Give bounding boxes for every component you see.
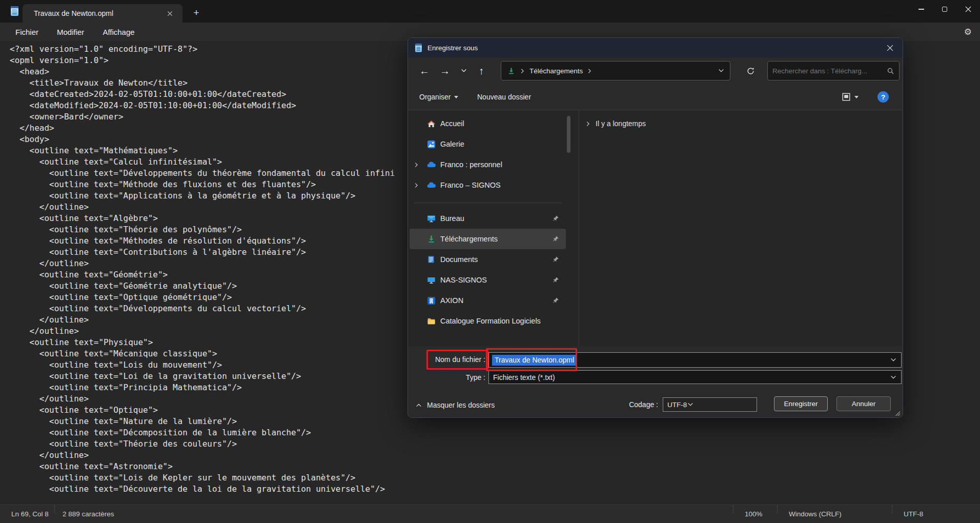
search-box[interactable] <box>767 61 900 81</box>
statusbar-divider <box>733 505 733 513</box>
forward-arrow-icon[interactable]: → <box>440 57 450 84</box>
menu-modifier[interactable]: Modifier <box>50 25 91 39</box>
notepad-dialog-icon <box>415 44 422 52</box>
statusbar-divider <box>54 505 55 513</box>
help-button[interactable]: ? <box>877 84 889 110</box>
code-content: <?xml version="1.0" encoding="UTF-8"?><o… <box>10 44 395 495</box>
new-folder-label: Nouveau dossier <box>477 93 531 101</box>
view-mode-button[interactable] <box>842 84 859 110</box>
sidebar-item-nas-signos[interactable]: NAS-SIGNOS <box>410 270 566 290</box>
sidebar-item-label: Bureau <box>439 214 549 223</box>
close-button[interactable] <box>956 0 980 18</box>
menu-affichage[interactable]: Affichage <box>95 25 141 39</box>
new-tab-button[interactable]: + <box>189 5 204 21</box>
resize-grip[interactable] <box>893 409 900 416</box>
expand-chevron-icon[interactable] <box>410 162 423 168</box>
dialog-command-bar: Organiser Nouveau dossier ? <box>408 84 903 110</box>
settings-gear-icon[interactable]: ⚙ <box>964 23 972 41</box>
code-line: <outline text="Principia Mathematica"/> <box>10 382 395 393</box>
breadcrumb-location[interactable]: Téléchargements <box>529 67 583 75</box>
pin-icon <box>549 215 561 223</box>
sidebar-item-label: Accueil <box>439 119 549 128</box>
code-line: <outline text="Lois du mouvement"/> <box>10 359 395 371</box>
line-ending[interactable]: Windows (CRLF) <box>789 505 842 523</box>
maximize-button[interactable] <box>933 0 956 18</box>
search-icon <box>887 67 894 75</box>
sidebar-item-label: Galerie <box>439 140 549 148</box>
sidebar-item-bureau[interactable]: Bureau <box>410 208 566 229</box>
sidebar-item-documents[interactable]: Documents <box>410 249 566 270</box>
search-input[interactable] <box>772 67 887 75</box>
recent-locations-chevron-icon[interactable] <box>460 57 467 84</box>
zoom-level[interactable]: 100% <box>745 505 763 523</box>
encoding[interactable]: UTF-8 <box>904 505 923 523</box>
sidebar-item-t-l-chargements[interactable]: Téléchargements <box>410 229 566 249</box>
tab-close-icon[interactable] <box>163 7 176 20</box>
code-line: <outline text="Contributions à l'algèbre… <box>10 247 395 258</box>
address-bar[interactable]: Téléchargements <box>501 61 730 81</box>
code-line: <outline text="Astronomie"> <box>10 461 395 472</box>
statusbar: Ln 69, Col 8 2 889 caractères 100% Windo… <box>0 505 980 523</box>
folder-icon <box>423 317 439 326</box>
navigation-sidebar: AccueilGalerieFranco : personnelFranco –… <box>410 113 566 331</box>
home-icon <box>423 119 439 128</box>
code-line: <dateModified>2024-02-05T01:10:00+01:00<… <box>10 100 395 111</box>
hide-folders-button[interactable]: Masquer les dossiers <box>415 398 495 412</box>
sidebar-item-franco-personnel[interactable]: Franco : personnel <box>410 154 566 175</box>
files-group-label: Il y a longtemps <box>596 119 646 128</box>
caret-down-icon <box>454 96 458 98</box>
new-folder-button[interactable]: Nouveau dossier <box>477 84 531 110</box>
code-line: <outline text="Géométrie"> <box>10 269 395 280</box>
code-line: <body> <box>10 134 395 145</box>
pin-icon <box>549 256 561 264</box>
save-as-dialog: Enregistrer sous ← → ↑ Téléchargements <box>407 37 903 418</box>
minimize-button[interactable] <box>909 0 933 18</box>
statusbar-divider <box>892 505 892 513</box>
sidebar-scrollbar[interactable] <box>567 116 570 153</box>
menu-fichier[interactable]: Fichier <box>8 25 46 39</box>
code-line: </outline> <box>10 450 395 461</box>
code-line: </outline> <box>10 202 395 213</box>
code-line: </outline> <box>10 393 395 405</box>
files-group-header[interactable]: Il y a longtemps <box>585 116 646 131</box>
up-arrow-icon[interactable]: ↑ <box>479 57 484 84</box>
organize-button[interactable]: Organiser <box>419 84 458 110</box>
dialog-close-button[interactable] <box>882 40 898 55</box>
gallery-icon <box>423 140 439 149</box>
code-line: <outline text="Théorie des couleurs"/> <box>10 438 395 450</box>
onedrive-icon <box>423 180 439 190</box>
sidebar-item-label: AXION <box>439 296 549 305</box>
code-line: <outline text="Décomposition de la lumiè… <box>10 427 395 438</box>
sidebar-item-catalogue-formation-logiciels[interactable]: Catalogue Formation Logiciels <box>410 311 566 331</box>
code-line: </outline> <box>10 326 395 337</box>
notepad-app-icon <box>11 6 18 16</box>
address-dropdown-chevron-icon[interactable] <box>718 67 725 74</box>
sidebar-item-label: Documents <box>439 255 549 264</box>
encoding-label: Codage : <box>593 400 658 409</box>
expand-chevron-icon[interactable] <box>410 182 423 189</box>
notepad-window: Travaux de Newton.opml + Fichier Modifie… <box>0 0 980 523</box>
refresh-button[interactable] <box>743 61 758 81</box>
sidebar-item-axion[interactable]: AXION <box>410 290 566 311</box>
pin-icon <box>549 276 561 284</box>
code-line: <outline text="Algèbre"> <box>10 213 395 224</box>
code-line: <title>Travaux de Newton</title> <box>10 77 395 89</box>
cancel-button[interactable]: Annuler <box>836 396 891 411</box>
tab-travaux-de-newton[interactable]: Travaux de Newton.opml <box>23 4 182 23</box>
sidebar-item-franco-signos[interactable]: Franco – SIGNOS <box>410 175 566 195</box>
sidebar-item-accueil[interactable]: Accueil <box>410 113 566 134</box>
back-arrow-icon[interactable]: ← <box>419 57 430 84</box>
sidebar-item-galerie[interactable]: Galerie <box>410 134 566 154</box>
save-button[interactable]: Enregistrer <box>774 396 828 411</box>
encoding-value: UTF-8 <box>667 401 687 409</box>
encoding-select[interactable]: UTF-8 <box>663 397 757 412</box>
group-chevron-icon <box>585 120 591 127</box>
pane-divider <box>579 110 579 346</box>
code-line: </head> <box>10 123 395 134</box>
window-controls <box>909 0 980 18</box>
sidebar-item-label: Catalogue Formation Logiciels <box>439 317 549 325</box>
dialog-titlebar[interactable]: Enregistrer sous <box>408 38 903 57</box>
code-line: <outline text="Lois de Kepler sur le mou… <box>10 472 395 484</box>
code-line: <opml version="1.0"> <box>10 55 395 66</box>
breadcrumb-chevron-icon[interactable] <box>586 68 593 74</box>
